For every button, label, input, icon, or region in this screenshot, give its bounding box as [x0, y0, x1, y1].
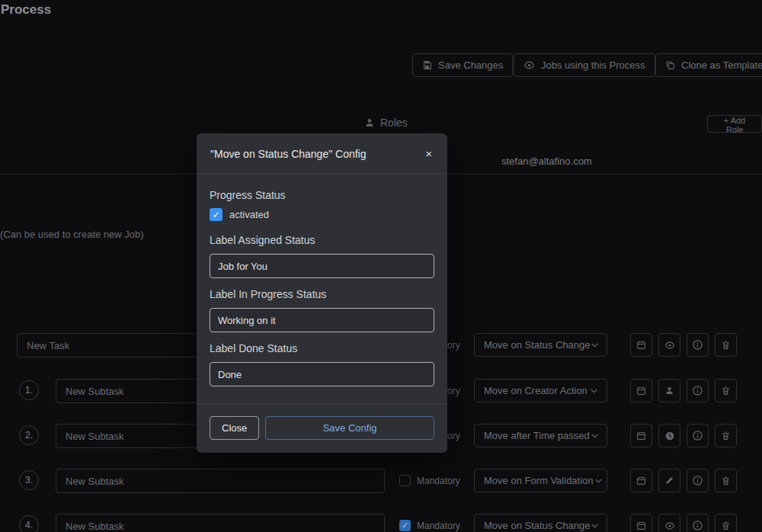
close-button[interactable]: Close [210, 416, 259, 440]
info-icon [692, 385, 703, 396]
done-status-input[interactable] [210, 362, 434, 386]
subtask-number: 1. [19, 380, 39, 400]
chevron-down-icon [589, 386, 599, 396]
info-icon [692, 475, 703, 486]
clock-icon [664, 431, 675, 441]
activated-checkbox-row[interactable]: activated [210, 208, 434, 221]
trash-icon [721, 340, 731, 350]
modal-body: Progress Status activated Label Assigned… [197, 189, 447, 386]
calendar-icon [636, 476, 646, 486]
move-rule-dropdown[interactable]: Move after Time passed [474, 424, 607, 447]
save-icon [422, 60, 432, 70]
person-icon [364, 117, 375, 128]
calendar-button[interactable] [630, 424, 652, 447]
calendar-button[interactable] [630, 469, 652, 492]
info-icon [692, 339, 703, 351]
info-button[interactable] [687, 379, 709, 402]
creator-button[interactable] [658, 379, 680, 402]
mandatory-checkbox[interactable] [399, 475, 411, 486]
eye-icon [664, 340, 675, 351]
role-member-email: stefan@altafino.com [501, 155, 592, 167]
page-title: Process [1, 2, 51, 18]
jobs-using-process-label: Jobs using this Process [541, 59, 645, 71]
subtask-number-label: 2. [25, 430, 33, 441]
subtask-number: 3. [19, 470, 39, 490]
mandatory-checkbox[interactable] [399, 520, 411, 531]
save-changes-button[interactable]: Save Changes [412, 53, 513, 77]
job-note: (Can be used to create new Job) [0, 229, 144, 240]
person-icon [664, 386, 674, 396]
delete-button[interactable] [715, 424, 737, 447]
save-config-button[interactable]: Save Config [265, 416, 434, 440]
status-change-config-modal: "Move on Status Change" Config × Progres… [197, 133, 447, 453]
dropdown-value: Move on Status Change [484, 339, 590, 351]
info-button[interactable] [687, 333, 709, 357]
clone-as-template-button[interactable]: Clone as Template [655, 53, 762, 77]
info-icon [692, 520, 703, 531]
calendar-button[interactable] [630, 514, 652, 532]
chevron-down-icon [590, 521, 600, 530]
delete-button[interactable] [715, 379, 737, 402]
info-button[interactable] [687, 424, 709, 447]
status-eye-button[interactable] [658, 514, 680, 532]
eye-icon [664, 521, 675, 531]
info-button[interactable] [687, 514, 709, 532]
mandatory-label: Mandatory [417, 521, 460, 531]
delete-button[interactable] [715, 514, 737, 532]
info-button[interactable] [687, 469, 709, 492]
validation-button[interactable] [658, 469, 680, 492]
calendar-icon [636, 386, 646, 396]
move-rule-dropdown[interactable]: Move on Status Change [474, 333, 607, 357]
dropdown-value: Move on Status Change [484, 520, 590, 531]
add-role-button[interactable]: + Add Role [707, 115, 762, 133]
modal-header: "Move on Status Change" Config × [197, 133, 447, 174]
subtask-number-label: 4. [25, 520, 33, 530]
mandatory-checkbox-group[interactable]: Mandatory [399, 475, 460, 486]
subtask-number: 4. [19, 515, 39, 532]
modal-footer: Close Save Config [197, 404, 447, 453]
process-editor: Process Save Changes Jobs using this Pro… [0, 0, 762, 532]
assigned-status-label: Label Assigned Status [210, 234, 434, 246]
subtask-name-input[interactable] [56, 514, 385, 532]
move-rule-dropdown[interactable]: Move on Form Validation [474, 469, 607, 492]
chevron-down-icon [594, 476, 604, 486]
assigned-status-input[interactable] [210, 254, 434, 278]
trash-icon [721, 431, 731, 441]
mandatory-checkbox-group[interactable]: Mandatory [399, 520, 460, 531]
mandatory-label: Mandatory [417, 476, 460, 486]
trash-icon [721, 521, 731, 530]
trash-icon [721, 386, 731, 396]
dropdown-value: Move on Form Validation [484, 475, 594, 486]
clone-as-template-label: Clone as Template [681, 59, 762, 71]
progress-status-label: Progress Status [210, 189, 434, 201]
delete-button[interactable] [715, 333, 737, 357]
chevron-down-icon [590, 431, 600, 441]
done-status-label: Label Done Status [210, 342, 434, 354]
info-icon [692, 430, 703, 441]
eye-icon [523, 59, 535, 71]
subtask-row: 4. Mandatory Move on Status Change [0, 514, 762, 532]
trash-icon [721, 476, 731, 486]
subtask-name-input[interactable] [56, 469, 385, 493]
dropdown-value: Move on Creator Action [484, 385, 588, 396]
activated-label: activated [229, 209, 269, 220]
close-icon[interactable]: × [424, 146, 434, 161]
calendar-icon [636, 431, 646, 441]
jobs-using-process-button[interactable]: Jobs using this Process [514, 53, 655, 77]
status-eye-button[interactable] [658, 333, 680, 357]
roles-heading-label: Roles [380, 117, 408, 129]
activated-checkbox[interactable] [210, 208, 223, 221]
save-changes-label: Save Changes [438, 59, 503, 71]
in-progress-status-input[interactable] [210, 308, 434, 332]
time-button[interactable] [658, 424, 680, 447]
chevron-down-icon [590, 340, 600, 350]
clone-icon [665, 60, 675, 70]
move-rule-dropdown[interactable]: Move on Creator Action [474, 379, 607, 402]
calendar-button[interactable] [630, 333, 652, 357]
calendar-button[interactable] [630, 379, 652, 402]
calendar-icon [636, 521, 646, 530]
move-rule-dropdown[interactable]: Move on Status Change [474, 514, 607, 532]
delete-button[interactable] [715, 469, 737, 492]
subtask-number: 2. [19, 425, 39, 445]
calendar-icon [636, 340, 646, 350]
